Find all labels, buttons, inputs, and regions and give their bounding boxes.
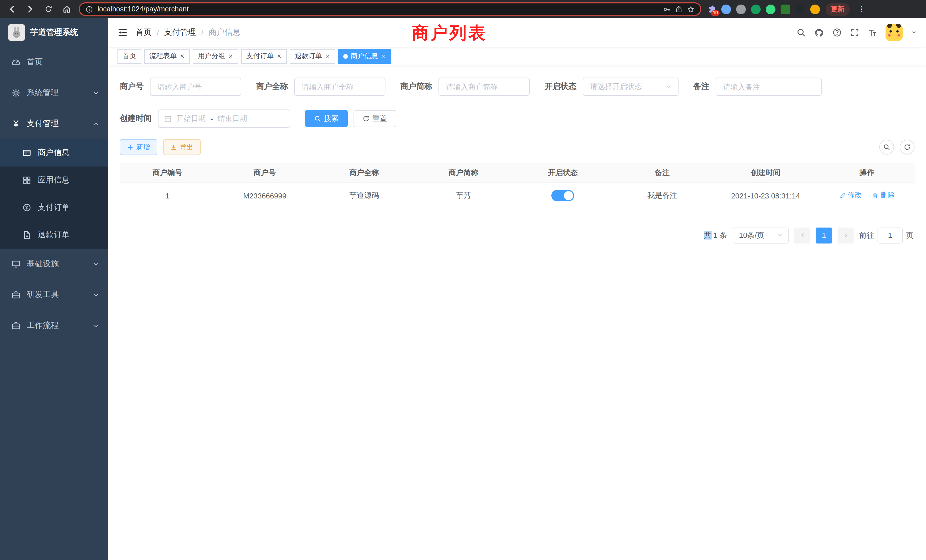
fullscreen-icon[interactable] <box>850 28 859 37</box>
tab-user-group[interactable]: 用户分组 <box>193 49 238 64</box>
close-icon[interactable] <box>228 54 233 59</box>
extension-icon[interactable] <box>736 4 746 14</box>
tab-merchant-info[interactable]: 商户信息 <box>338 49 391 64</box>
sidebar-item-system[interactable]: 系统管理 <box>0 77 108 108</box>
table-toolbar: 新增 导出 <box>108 139 926 155</box>
sidebar-toggle-icon[interactable] <box>118 27 128 38</box>
refresh-table-icon[interactable] <box>900 140 915 154</box>
col-full-name: 商户全称 <box>315 163 414 183</box>
site-info-icon[interactable] <box>86 5 93 13</box>
merchant-table: 商户编号 商户号 商户全称 商户简称 开启状态 备注 创建时间 操作 1 M23… <box>120 163 915 209</box>
remark-input[interactable] <box>716 77 822 96</box>
chevron-left-icon <box>799 232 805 238</box>
tab-pay-order[interactable]: 支付订单 <box>241 49 287 64</box>
user-menu-caret-icon[interactable] <box>911 30 917 35</box>
breadcrumb-current: 商户信息 <box>209 27 241 38</box>
github-icon[interactable] <box>814 28 824 37</box>
col-status: 开启状态 <box>513 163 613 183</box>
close-icon[interactable] <box>180 54 185 59</box>
breadcrumb: 首页 / 支付管理 / 商户信息 <box>136 27 241 38</box>
status-select[interactable]: 请选择开启状态 <box>583 77 679 96</box>
sidebar-item-payment[interactable]: 支付管理 <box>0 108 108 139</box>
help-icon[interactable] <box>832 28 841 37</box>
tab-process-form[interactable]: 流程表单 <box>144 49 190 64</box>
browser-forward-icon[interactable] <box>24 3 36 15</box>
app-logo: 芋道管理系统 <box>0 18 108 47</box>
page-size-select[interactable]: 10条/页 <box>733 227 788 243</box>
tabs-bar: 首页 流程表单 用户分组 支付订单 退款订单 商户信息 <box>108 47 926 66</box>
merchant-no-input[interactable] <box>150 77 241 96</box>
share-icon[interactable] <box>675 5 682 13</box>
toggle-search-icon[interactable] <box>879 140 894 154</box>
sidebar-item-pay-order[interactable]: 支付订单 <box>0 194 108 221</box>
plus-icon <box>127 144 133 150</box>
status-toggle[interactable] <box>551 190 574 201</box>
edit-icon <box>839 192 846 199</box>
sidebar-item-refund-order[interactable]: 退款订单 <box>0 221 108 249</box>
prev-page-button[interactable] <box>794 227 810 243</box>
breadcrumb-separator: / <box>157 28 159 37</box>
browser-menu-icon[interactable] <box>855 3 868 15</box>
cell-short-name: 芋艿 <box>414 183 513 209</box>
export-button[interactable]: 导出 <box>163 139 201 155</box>
sidebar-item-infrastructure[interactable]: 基础设施 <box>0 249 108 279</box>
chevron-down-icon <box>93 322 99 329</box>
bookmark-star-icon[interactable] <box>687 5 694 13</box>
extension-icon[interactable] <box>796 4 805 14</box>
search-button[interactable]: 搜索 <box>305 110 348 127</box>
goto-page-input[interactable] <box>878 227 903 243</box>
browser-reload-icon[interactable] <box>42 3 55 15</box>
sidebar-item-app-info[interactable]: 应用信息 <box>0 166 108 194</box>
annotation-merchant-list: 商户列表 <box>412 22 487 45</box>
tab-home[interactable]: 首页 <box>118 49 141 64</box>
start-date-placeholder: 开始日期 <box>176 114 206 124</box>
chevron-down-icon <box>93 292 99 298</box>
toolbox-icon <box>11 290 21 300</box>
sidebar-item-merchant-info[interactable]: 商户信息 <box>0 139 108 166</box>
full-name-input[interactable] <box>294 77 386 96</box>
browser-update-button[interactable]: 更新 <box>826 3 850 16</box>
end-date-placeholder: 结束日期 <box>218 114 247 124</box>
user-avatar[interactable] <box>885 24 903 41</box>
dashboard-icon <box>11 58 21 67</box>
sidebar-item-workflow[interactable]: 工作流程 <box>0 310 108 341</box>
delete-link[interactable]: 删除 <box>872 191 895 200</box>
extensions-puzzle-icon[interactable]: 10 <box>707 5 716 14</box>
next-page-button[interactable] <box>838 227 853 243</box>
extension-icon[interactable] <box>810 4 820 14</box>
header-search-icon[interactable] <box>797 28 806 37</box>
breadcrumb-payment[interactable]: 支付管理 <box>164 27 196 38</box>
sidebar: 芋道管理系统 首页 系统管理 支付管理 商户信息 应用信息 <box>0 18 108 560</box>
extension-icon[interactable] <box>766 4 775 14</box>
chevron-down-icon <box>93 261 99 267</box>
extension-icon[interactable] <box>781 4 790 14</box>
col-merchant-id: 商户编号 <box>120 163 215 183</box>
url-text: localhost:1024/pay/merchant <box>97 5 189 13</box>
page-1-button[interactable]: 1 <box>816 227 832 243</box>
font-size-icon[interactable] <box>868 28 877 37</box>
chevron-down-icon <box>93 90 99 96</box>
browser-back-icon[interactable] <box>6 3 18 15</box>
breadcrumb-home[interactable]: 首页 <box>136 27 152 38</box>
cell-full-name: 芋道源码 <box>315 183 414 209</box>
edit-link[interactable]: 修改 <box>839 191 862 200</box>
date-range-picker[interactable]: 开始日期 - 结束日期 <box>158 109 290 128</box>
password-key-icon[interactable] <box>663 5 670 13</box>
merchant-no-label: 商户号 <box>120 82 144 92</box>
extension-icon[interactable] <box>721 4 731 14</box>
short-name-input[interactable] <box>439 77 530 96</box>
extension-icon[interactable] <box>751 4 761 14</box>
sidebar-item-home[interactable]: 首页 <box>0 47 108 77</box>
sidebar-item-devtools[interactable]: 研发工具 <box>0 279 108 310</box>
tab-refund-order[interactable]: 退款订单 <box>290 49 335 64</box>
top-navbar: 首页 / 支付管理 / 商户信息 <box>108 18 926 47</box>
table-row: 1 M233666999 芋道源码 芋艿 我是备注 2021-10-23 08:… <box>120 183 915 209</box>
browser-home-icon[interactable] <box>61 3 73 15</box>
cell-remark: 我是备注 <box>613 183 712 209</box>
close-icon[interactable] <box>325 54 330 59</box>
close-icon[interactable] <box>381 54 386 59</box>
add-button[interactable]: 新增 <box>120 139 157 155</box>
reset-button[interactable]: 重置 <box>354 110 396 127</box>
close-icon[interactable] <box>277 54 282 59</box>
address-bar[interactable]: localhost:1024/pay/merchant <box>79 2 701 16</box>
